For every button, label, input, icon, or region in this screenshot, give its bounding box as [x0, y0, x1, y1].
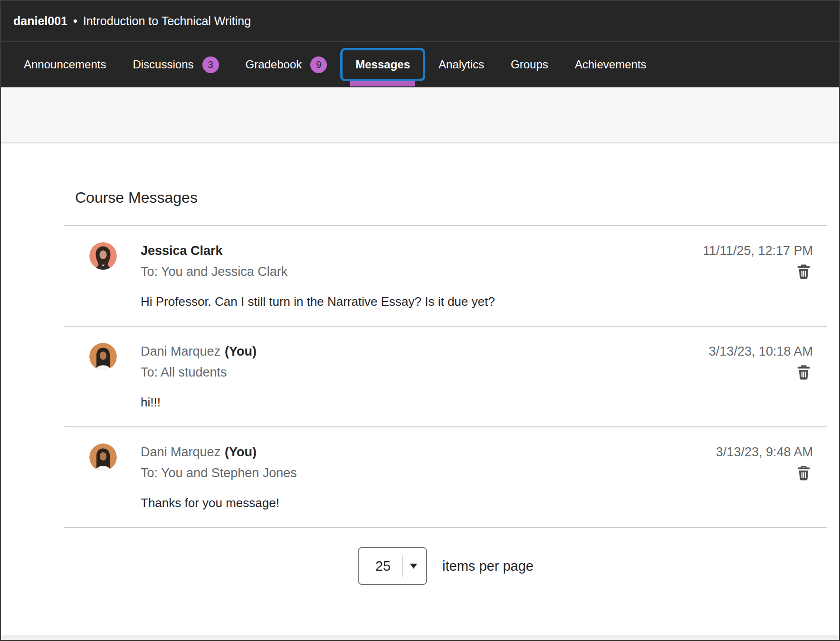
tab-achievements[interactable]: Achievements [562, 42, 660, 87]
tab-label: Achievements [575, 58, 647, 71]
recipients: To: You and Jessica Clark [141, 261, 703, 282]
tab-label: Announcements [24, 58, 106, 71]
trash-icon [795, 364, 812, 381]
title-separator: • [73, 14, 77, 28]
sender-line: Jessica Clark [141, 240, 703, 261]
message-row[interactable]: Dani Marquez(You) To: All students hi!!!… [64, 327, 827, 427]
message-body: Dani Marquez(You) To: All students hi!!! [141, 341, 709, 412]
select-divider [402, 555, 403, 577]
message-body: Jessica Clark To: You and Jessica Clark … [141, 240, 703, 311]
sender-suffix: (You) [225, 344, 257, 358]
tab-label: Messages [355, 58, 410, 71]
delete-message-button[interactable] [795, 263, 812, 280]
course-nav: Announcements Discussions 3 Gradebook 9 … [1, 42, 839, 87]
recipients: To: All students [141, 362, 709, 383]
trash-icon [795, 263, 812, 280]
message-timestamp: 3/13/23, 10:18 AM [709, 341, 813, 362]
avatar-photo [89, 443, 117, 471]
items-per-page-select[interactable]: 25 [358, 547, 427, 585]
message-timestamp: 3/13/23, 9:48 AM [716, 442, 813, 462]
tab-label: Analytics [439, 58, 484, 71]
message-preview: Thanks for you message! [141, 493, 716, 513]
course-window: daniel001 • Introduction to Technical Wr… [0, 0, 840, 641]
tab-messages[interactable]: Messages [340, 48, 425, 81]
tab-groups[interactable]: Groups [497, 42, 562, 87]
avatar-photo [89, 343, 117, 370]
avatar [89, 343, 117, 370]
gradebook-count-badge: 9 [310, 57, 327, 73]
course-id: daniel001 [13, 14, 67, 28]
tab-gradebook[interactable]: Gradebook 9 [232, 42, 341, 87]
items-per-page-value: 25 [367, 558, 399, 574]
recipients: To: You and Stephen Jones [141, 462, 716, 483]
course-title: Introduction to Technical Writing [83, 14, 251, 28]
pagination: 25 items per page [64, 547, 827, 585]
sender-name: Dani Marquez [141, 344, 220, 358]
sender-suffix: (You) [225, 445, 257, 459]
tab-label: Gradebook [246, 58, 302, 71]
message-row[interactable]: Jessica Clark To: You and Jessica Clark … [64, 226, 827, 327]
discussions-count-badge: 3 [202, 57, 219, 73]
sender-name: Jessica Clark [141, 244, 223, 258]
message-meta: 3/13/23, 9:48 AM [716, 442, 813, 481]
avatar-photo [89, 242, 117, 270]
avatar [89, 242, 117, 270]
tab-announcements[interactable]: Announcements [10, 42, 119, 87]
message-preview: Hi Professor. Can I still turn in the Na… [141, 292, 703, 311]
content-area: Course Messages [1, 143, 839, 635]
tab-analytics[interactable]: Analytics [425, 42, 497, 87]
delete-message-button[interactable] [795, 464, 812, 481]
page-title: Course Messages [75, 187, 827, 208]
tab-label: Groups [511, 58, 548, 71]
sender-line: Dani Marquez(You) [141, 341, 709, 362]
toolbar-band [1, 87, 839, 143]
tab-label: Discussions [133, 58, 193, 71]
sender-name: Dani Marquez [141, 445, 220, 459]
message-preview: hi!!! [141, 392, 709, 412]
message-body: Dani Marquez(You) To: You and Stephen Jo… [141, 442, 716, 513]
horizontal-scrollbar-track[interactable] [1, 635, 839, 640]
tab-discussions[interactable]: Discussions 3 [119, 42, 232, 87]
trash-icon [795, 464, 812, 481]
delete-message-button[interactable] [795, 364, 812, 381]
message-timestamp: 11/11/25, 12:17 PM [703, 240, 813, 261]
message-row[interactable]: Dani Marquez(You) To: You and Stephen Jo… [64, 427, 827, 528]
sender-line: Dani Marquez(You) [141, 442, 716, 462]
avatar [89, 443, 117, 471]
title-bar: daniel001 • Introduction to Technical Wr… [1, 1, 839, 42]
message-meta: 11/11/25, 12:17 PM [703, 240, 813, 280]
chevron-down-icon [410, 563, 418, 569]
items-per-page-label: items per page [442, 558, 534, 574]
message-meta: 3/13/23, 10:18 AM [709, 341, 813, 381]
message-list: Jessica Clark To: You and Jessica Clark … [64, 225, 827, 528]
